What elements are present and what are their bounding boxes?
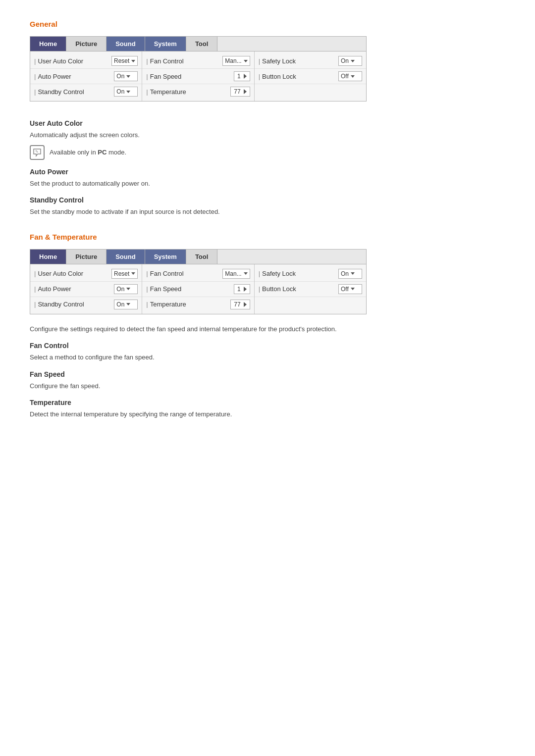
ft-user-auto-color-value[interactable]: Reset (111, 269, 138, 279)
auto-power-value[interactable]: On (114, 71, 138, 81)
fan-speed-value[interactable]: 1 (234, 71, 250, 81)
ft-fan-speed-label: |Fan Speed (146, 285, 234, 293)
ft-auto-power-value[interactable]: On (114, 284, 138, 294)
ft-fan-control-label: |Fan Control (146, 270, 222, 277)
menu-row-user-auto-color: |User Auto Color Reset (30, 53, 142, 69)
fan-temperature-section-title: Fan & Temperature (30, 233, 505, 241)
tab-home-1[interactable]: Home (30, 37, 66, 51)
ft-button-lock-value[interactable]: Off (338, 284, 362, 294)
dropdown-arrow (126, 91, 130, 93)
menu-row-ft-auto-power: |Auto Power On (30, 282, 142, 297)
ft-temperature-label: |Temperature (146, 301, 230, 308)
tab-sound-2[interactable]: Sound (107, 250, 145, 264)
dropdown-arrow (244, 272, 248, 275)
menu-row-standby-control: |Standby Control On (30, 84, 142, 99)
ft-user-auto-color-label: |User Auto Color (34, 270, 111, 277)
temperature-value[interactable]: 77 (230, 87, 250, 97)
fan-control-desc: Select a method to configure the fan spe… (30, 353, 505, 362)
standby-control-value[interactable]: On (114, 87, 138, 97)
menu-row-ft-button-lock: |Button Lock Off (255, 282, 366, 297)
dropdown-arrow (244, 60, 248, 62)
menu-body-1: |User Auto Color Reset |Auto Power On (30, 51, 366, 101)
menu-row-temperature: |Temperature 77 (142, 84, 254, 99)
menu-col-2: |Fan Control Man... |Fan Speed 1 (142, 51, 254, 101)
ft-button-lock-label: |Button Lock (259, 285, 338, 293)
user-auto-color-label: |User Auto Color (34, 57, 111, 65)
user-auto-color-desc: Automatically adjust the screen colors. (30, 130, 505, 140)
dropdown-arrow (126, 288, 130, 290)
svg-text:✎: ✎ (35, 150, 39, 154)
menu-col-3: |Safety Lock On |Button Lock Off (255, 51, 366, 101)
temperature-desc: Detect the internal temperature by speci… (30, 409, 505, 419)
tab-home-2[interactable]: Home (30, 250, 66, 264)
auto-power-title: Auto Power (30, 168, 505, 176)
menu-row-ft-user-auto-color: |User Auto Color Reset (30, 266, 142, 282)
menu-row-fan-speed: |Fan Speed 1 (142, 69, 254, 84)
ft-safety-lock-label: |Safety Lock (259, 270, 338, 277)
fan-speed-desc: Configure the fan speed. (30, 381, 505, 391)
stepper-arrow (244, 302, 247, 307)
fan-temperature-menu-table: Home Picture Sound System Tool |User Aut… (30, 249, 367, 314)
tab-tool-2[interactable]: Tool (186, 250, 217, 264)
auto-power-label: |Auto Power (34, 73, 114, 80)
user-auto-color-value[interactable]: Reset (111, 56, 138, 66)
tab-system-1[interactable]: System (145, 37, 186, 51)
ft-standby-control-value[interactable]: On (114, 300, 138, 309)
ft-safety-lock-value[interactable]: On (338, 269, 362, 279)
ft-auto-power-label: |Auto Power (34, 285, 114, 293)
dropdown-arrow (351, 272, 355, 275)
fan-speed-label: |Fan Speed (146, 73, 234, 80)
stepper-arrow (244, 89, 247, 94)
user-auto-color-title: User Auto Color (30, 119, 505, 127)
standby-control-title: Standby Control (30, 196, 505, 204)
dropdown-arrow (131, 60, 135, 62)
button-lock-value[interactable]: Off (338, 71, 362, 81)
button-lock-label: |Button Lock (259, 73, 338, 80)
ft-fan-control-value[interactable]: Man... (222, 269, 250, 279)
tab-picture-2[interactable]: Picture (66, 250, 107, 264)
general-section-title: General (30, 20, 505, 28)
fan-control-title: Fan Control (30, 342, 505, 350)
tab-picture-1[interactable]: Picture (66, 37, 107, 51)
ft-standby-control-label: |Standby Control (34, 301, 114, 308)
menu-row-ft-standby-control: |Standby Control On (30, 297, 142, 312)
tab-tool-1[interactable]: Tool (186, 37, 217, 51)
temperature-title: Temperature (30, 399, 505, 406)
dropdown-arrow (126, 75, 130, 78)
menu-col-ft-1: |User Auto Color Reset |Auto Power On (30, 264, 142, 314)
menu-row-auto-power: |Auto Power On (30, 69, 142, 84)
ft-fan-speed-value[interactable]: 1 (234, 284, 250, 294)
safety-lock-value[interactable]: On (338, 56, 362, 66)
menu-header-2: Home Picture Sound System Tool (30, 250, 366, 264)
ft-temperature-value[interactable]: 77 (230, 300, 250, 309)
general-section: General Home Picture Sound System Tool |… (30, 20, 505, 217)
dropdown-arrow (351, 288, 355, 290)
note-text: Available only in PC mode. (50, 149, 126, 156)
fan-temperature-section: Fan & Temperature Home Picture Sound Sys… (30, 233, 505, 419)
menu-row-ft-fan-speed: |Fan Speed 1 (142, 282, 254, 297)
dropdown-arrow (126, 303, 130, 305)
fan-speed-title: Fan Speed (30, 370, 505, 378)
fan-control-value[interactable]: Man... (222, 56, 250, 66)
fan-temperature-desc: Configure the settings required to detec… (30, 324, 505, 334)
menu-col-ft-2: |Fan Control Man... |Fan Speed 1 (142, 264, 254, 314)
dropdown-arrow (351, 75, 355, 78)
fan-control-label: |Fan Control (146, 57, 222, 65)
menu-row-ft-temperature: |Temperature 77 (142, 297, 254, 312)
dropdown-arrow (131, 272, 135, 275)
stepper-arrow (244, 287, 247, 292)
standby-control-desc: Set the standby mode to activate if an i… (30, 207, 505, 217)
safety-lock-label: |Safety Lock (259, 57, 338, 65)
menu-col-1: |User Auto Color Reset |Auto Power On (30, 51, 142, 101)
general-menu-table: Home Picture Sound System Tool |User Aut… (30, 36, 367, 101)
user-auto-color-note: ✎ Available only in PC mode. (30, 145, 505, 160)
standby-control-label: |Standby Control (34, 88, 114, 96)
menu-row-safety-lock: |Safety Lock On (255, 53, 366, 69)
auto-power-desc: Set the product to automatically power o… (30, 179, 505, 189)
menu-body-2: |User Auto Color Reset |Auto Power On (30, 264, 366, 314)
note-icon: ✎ (30, 145, 45, 160)
tab-sound-1[interactable]: Sound (107, 37, 145, 51)
menu-row-fan-control: |Fan Control Man... (142, 53, 254, 69)
tab-system-2[interactable]: System (145, 250, 186, 264)
stepper-arrow (244, 74, 247, 79)
